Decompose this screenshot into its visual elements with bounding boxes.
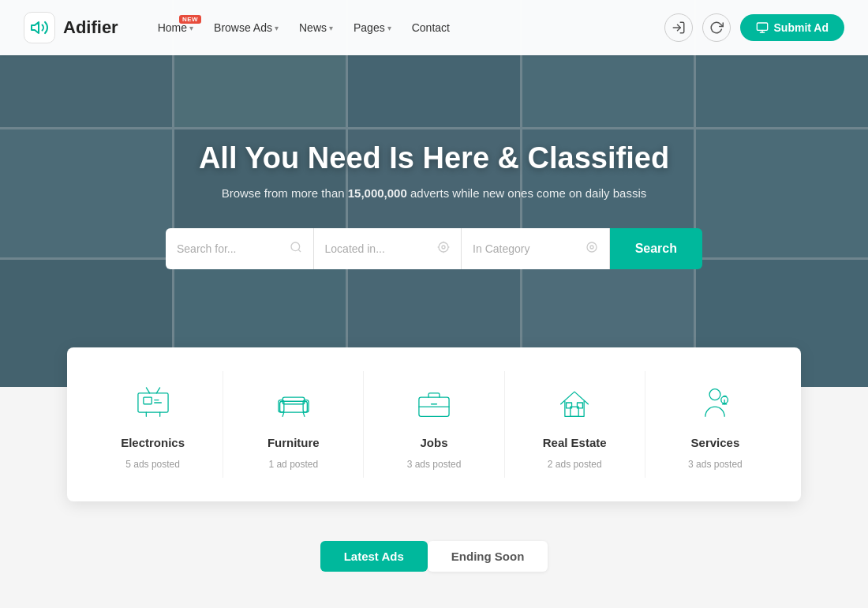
search-button[interactable]: Search: [610, 228, 702, 269]
hero-subtitle: Browse from more than 15,000,000 adverts…: [222, 186, 647, 200]
category-icon: [586, 241, 598, 257]
svg-rect-2: [757, 23, 767, 30]
chevron-down-icon: ▾: [275, 24, 279, 32]
svg-line-21: [146, 388, 149, 393]
svg-line-28: [303, 412, 305, 416]
category-furniture[interactable]: Furniture 1 ad posted: [223, 371, 364, 478]
categories-section: Electronics 5 ads posted Furniture 1 ad …: [0, 347, 868, 501]
tab-ending-soon[interactable]: Ending Soon: [428, 541, 548, 572]
categories-card: Electronics 5 ads posted Furniture 1 ad …: [67, 347, 801, 501]
nav-label-browse-ads: Browse Ads: [214, 21, 272, 34]
svg-point-35: [709, 389, 720, 400]
category-services[interactable]: Services 3 ads posted: [645, 371, 785, 478]
svg-rect-24: [282, 397, 305, 404]
category-name-furniture: Furniture: [268, 436, 320, 449]
nav-item-pages[interactable]: Pages ▾: [346, 17, 399, 39]
submit-ad-button[interactable]: Submit Ad: [740, 14, 844, 41]
category-count-jobs: 3 ads posted: [407, 459, 462, 470]
chevron-down-icon: ▾: [189, 24, 193, 32]
search-location-input[interactable]: [325, 242, 432, 255]
search-keyword-input[interactable]: [177, 242, 283, 255]
category-name-real-estate: Real Estate: [543, 436, 607, 449]
svg-marker-0: [32, 22, 39, 33]
nav-item-news[interactable]: News ▾: [291, 17, 341, 39]
svg-line-6: [298, 250, 301, 252]
submit-ad-icon: [756, 21, 769, 34]
header: Adifier Home NEW ▾ Browse Ads ▾ News ▾ P…: [0, 0, 868, 55]
nav-badge-new: NEW: [179, 15, 201, 24]
submit-ad-label: Submit Ad: [774, 21, 829, 34]
svg-point-7: [442, 246, 445, 249]
svg-line-27: [282, 412, 284, 416]
chevron-down-icon: ▾: [329, 24, 333, 32]
search-icon: [290, 241, 302, 257]
house-icon: [551, 379, 598, 426]
sofa-icon: [270, 379, 317, 426]
chevron-down-icon: ▾: [387, 24, 391, 32]
main-nav: Home NEW ▾ Browse Ads ▾ News ▾ Pages ▾ C…: [150, 17, 664, 39]
bottom-strip: [0, 587, 868, 608]
header-actions: Submit Ad: [664, 13, 844, 42]
nav-label-news: News: [299, 21, 327, 34]
briefcase-icon: [410, 379, 458, 426]
svg-rect-16: [143, 397, 151, 404]
svg-point-5: [291, 242, 300, 251]
search-keyword-field: [166, 228, 314, 269]
svg-rect-33: [567, 403, 572, 408]
search-category-field: [462, 228, 610, 269]
category-name-services: Services: [691, 436, 740, 449]
svg-point-8: [439, 242, 448, 252]
refresh-button[interactable]: [702, 13, 731, 42]
category-jobs[interactable]: Jobs 3 ads posted: [364, 371, 504, 478]
logo-icon: [24, 12, 55, 43]
nav-label-contact: Contact: [412, 21, 450, 34]
tv-icon: [129, 379, 177, 426]
nav-item-contact[interactable]: Contact: [404, 17, 458, 39]
svg-rect-34: [578, 403, 583, 408]
nav-item-browse-ads[interactable]: Browse Ads ▾: [206, 17, 286, 39]
search-location-field: [314, 228, 462, 269]
login-button[interactable]: [664, 13, 693, 42]
category-real-estate[interactable]: Real Estate 2 ads posted: [505, 371, 645, 478]
category-count-services: 3 ads posted: [688, 459, 743, 470]
search-category-input[interactable]: [473, 242, 579, 255]
logo-text: Adifier: [63, 17, 118, 38]
category-name-jobs: Jobs: [421, 436, 448, 449]
nav-label-pages: Pages: [354, 21, 385, 34]
category-electronics[interactable]: Electronics 5 ads posted: [83, 371, 223, 478]
hero-content: All You Need Is Here & Classified Browse…: [0, 0, 868, 387]
svg-point-13: [587, 242, 597, 252]
location-icon: [437, 241, 450, 257]
category-name-electronics: Electronics: [121, 436, 185, 449]
svg-line-22: [156, 388, 159, 393]
logo[interactable]: Adifier: [24, 12, 118, 43]
hero-section: All You Need Is Here & Classified Browse…: [0, 0, 868, 387]
svg-point-14: [590, 246, 593, 249]
person-services-icon: [691, 379, 739, 426]
category-count-electronics: 5 ads posted: [125, 459, 180, 470]
nav-item-home[interactable]: Home NEW ▾: [150, 17, 201, 39]
search-bar: Search: [166, 228, 702, 269]
category-count-furniture: 1 ad posted: [268, 459, 318, 470]
tabs-section: Latest Ads Ending Soon: [0, 501, 868, 587]
svg-rect-15: [138, 393, 168, 412]
hero-title: All You Need Is Here & Classified: [199, 141, 669, 175]
category-count-real-estate: 2 ads posted: [548, 459, 602, 470]
tab-latest-ads[interactable]: Latest Ads: [320, 541, 428, 572]
